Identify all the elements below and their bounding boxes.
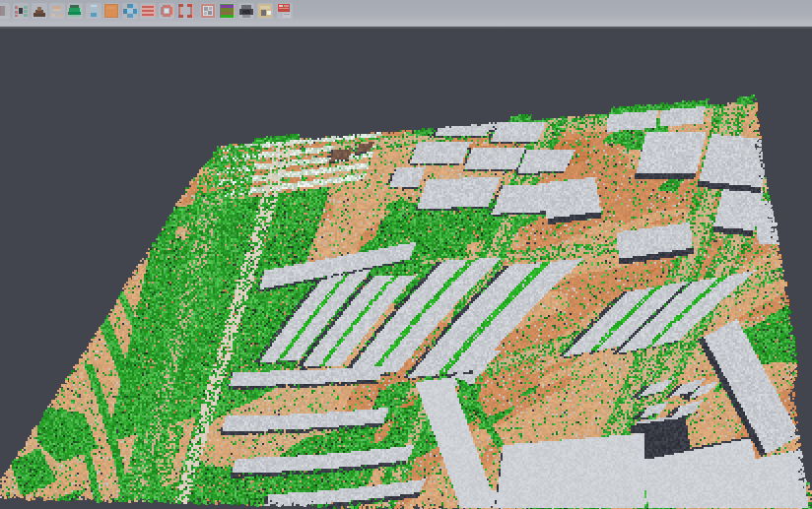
- open-project-icon[interactable]: [0, 3, 10, 19]
- printer-icon-glyph: [239, 4, 253, 18]
- classify-grid-icon-glyph: [201, 4, 215, 18]
- export-model-icon-glyph: [258, 4, 272, 18]
- vegetation-layer-icon-glyph: [68, 4, 82, 18]
- profile-column-icon[interactable]: [86, 3, 102, 19]
- point-cloud-render[interactable]: [0, 29, 812, 509]
- printer-icon[interactable]: [238, 3, 254, 19]
- open-project-icon-glyph: [0, 4, 9, 18]
- circle-select-icon[interactable]: [159, 3, 174, 19]
- profile-column-icon-glyph: [87, 4, 101, 18]
- section-stripes-icon-glyph: [141, 4, 155, 18]
- contour-lines-icon[interactable]: [49, 3, 65, 19]
- main-toolbar: [0, 0, 812, 27]
- classify-grid-icon[interactable]: [200, 3, 216, 19]
- report-tool-icon[interactable]: [277, 3, 293, 19]
- export-model-icon[interactable]: [257, 3, 273, 19]
- section-stripes-icon[interactable]: [140, 3, 156, 19]
- orthophoto-icon[interactable]: [103, 3, 119, 19]
- terrain-mesh-icon[interactable]: [32, 3, 47, 19]
- circle-select-icon-glyph: [160, 4, 173, 18]
- classified-cloud-icon-glyph: [220, 4, 234, 18]
- align-clouds-icon[interactable]: [13, 3, 29, 19]
- align-clouds-icon-glyph: [14, 4, 28, 18]
- vegetation-layer-icon[interactable]: [67, 3, 83, 19]
- crop-box-icon-glyph: [178, 4, 192, 18]
- contour-lines-icon-glyph: [50, 4, 64, 18]
- 3d-viewport[interactable]: [0, 29, 812, 509]
- terrain-mesh-icon-glyph: [33, 4, 46, 18]
- globe-sync-icon-glyph: [123, 4, 137, 18]
- orthophoto-icon-glyph: [104, 4, 118, 18]
- classified-cloud-icon[interactable]: [219, 3, 235, 19]
- crop-box-icon[interactable]: [177, 3, 193, 19]
- application-window: [0, 0, 812, 509]
- globe-sync-icon[interactable]: [122, 3, 138, 19]
- report-tool-icon-glyph: [278, 4, 292, 18]
